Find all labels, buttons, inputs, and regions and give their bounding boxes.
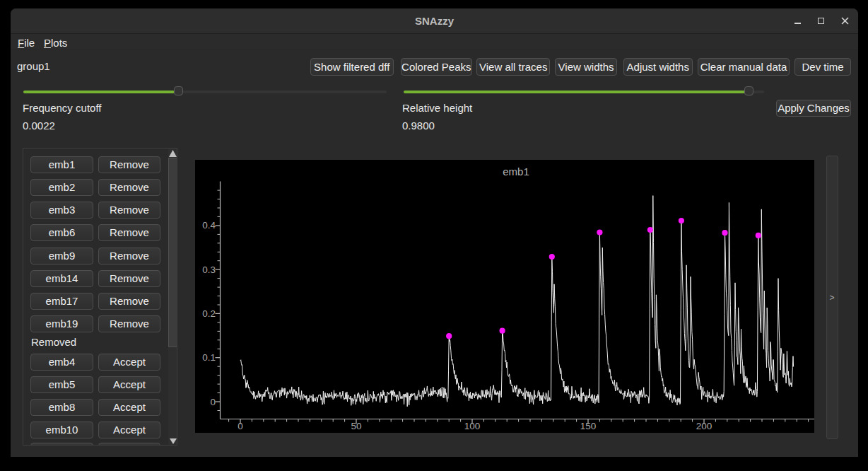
svg-text:200: 200 [696, 421, 712, 431]
svg-text:0: 0 [210, 397, 216, 407]
svg-text:emb1: emb1 [503, 165, 529, 178]
svg-text:0.1: 0.1 [202, 352, 216, 363]
svg-text:0.3: 0.3 [202, 264, 216, 275]
svg-text:0.2: 0.2 [202, 308, 216, 319]
svg-text:50: 50 [351, 421, 361, 431]
svg-text:100: 100 [464, 421, 481, 431]
svg-text:0.4: 0.4 [202, 220, 216, 231]
svg-text:0: 0 [237, 421, 243, 431]
svg-text:150: 150 [580, 421, 597, 431]
